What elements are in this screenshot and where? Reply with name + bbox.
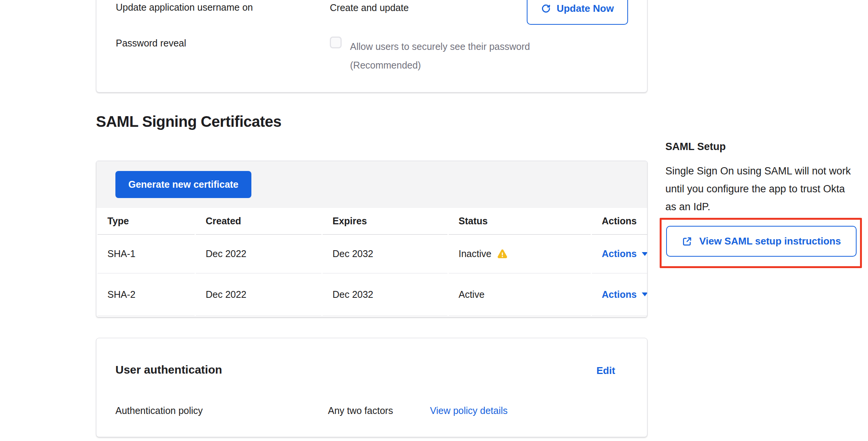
cell-expires: Dec 2032 [323, 235, 448, 273]
saml-setup-title: SAML Setup [665, 141, 726, 153]
cell-type: SHA-2 [98, 273, 195, 316]
cell-created: Dec 2022 [196, 235, 321, 273]
actions-label: Actions [602, 289, 637, 300]
update-username-value: Create and update [330, 2, 409, 13]
external-link-icon [682, 236, 692, 247]
update-now-button[interactable]: Update Now [527, 0, 628, 25]
cell-created: Dec 2022 [196, 273, 321, 316]
certificates-table: Type Created Expires Status Actions SHA-… [96, 208, 647, 316]
cell-type: SHA-1 [98, 235, 195, 273]
status-text: Inactive [459, 248, 491, 259]
column-header-expires: Expires [323, 208, 448, 235]
authentication-policy-label: Authentication policy [115, 405, 203, 416]
warning-icon [497, 248, 508, 260]
actions-dropdown-sha1[interactable]: Actions [602, 248, 647, 259]
status-text: Active [459, 289, 484, 300]
cell-actions: Actions [592, 235, 647, 273]
edit-user-authentication-link[interactable]: Edit [596, 365, 615, 377]
page-canvas: Update application username on Create an… [0, 0, 868, 441]
caret-down-icon [642, 292, 647, 296]
sign-on-settings-card: Update application username on Create an… [96, 0, 647, 93]
cell-expires: Dec 2032 [323, 273, 448, 316]
generate-new-certificate-button[interactable]: Generate new certificate [115, 171, 251, 198]
certificates-panel: Generate new certificate Type Created Ex… [96, 161, 647, 317]
caret-down-icon [642, 252, 647, 256]
cell-status: Inactive [449, 235, 591, 273]
user-authentication-card: User authentication Edit Authentication … [96, 338, 647, 437]
saml-setup-description: Single Sign On using SAML will not work … [665, 162, 853, 216]
certificates-panel-toolbar: Generate new certificate [96, 161, 647, 208]
certificate-row-sha1: SHA-1 Dec 2022 Dec 2032 Inactive [98, 235, 647, 273]
column-header-actions: Actions [592, 208, 647, 235]
column-header-status: Status [449, 208, 591, 235]
certificate-row-sha2: SHA-2 Dec 2022 Dec 2032 Active [98, 273, 647, 316]
cell-status: Active [449, 273, 591, 316]
cell-actions: Actions [592, 273, 647, 316]
password-reveal-checkbox[interactable] [330, 37, 342, 48]
saml-signing-certificates-heading: SAML Signing Certificates [96, 113, 281, 130]
certificates-table-header-row: Type Created Expires Status Actions [98, 208, 647, 235]
password-reveal-label: Password reveal [116, 38, 186, 49]
column-header-created: Created [196, 208, 321, 235]
authentication-policy-value: Any two factors [328, 405, 393, 416]
view-saml-setup-instructions-label: View SAML setup instructions [699, 235, 841, 247]
refresh-icon [541, 3, 551, 14]
view-policy-details-link[interactable]: View policy details [430, 405, 508, 416]
update-username-label: Update application username on [116, 2, 253, 13]
actions-dropdown-sha2[interactable]: Actions [602, 289, 647, 300]
actions-label: Actions [602, 248, 637, 259]
user-authentication-title: User authentication [115, 363, 222, 376]
password-reveal-checkbox-label: Allow users to securely see their passwo… [350, 37, 558, 75]
view-saml-setup-instructions-button[interactable]: View SAML setup instructions [666, 226, 857, 257]
update-now-label: Update Now [556, 3, 614, 14]
column-header-type: Type [98, 208, 195, 235]
